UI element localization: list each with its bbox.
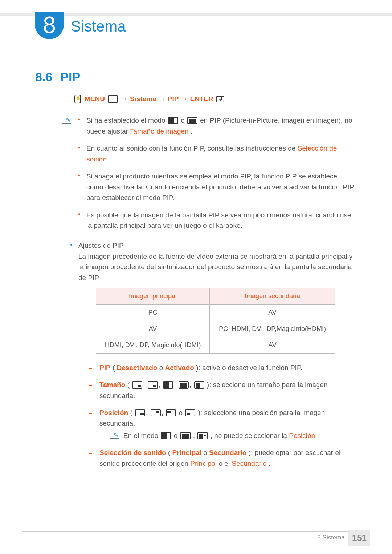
settings-desc: La imagen procedente de la fuente de víd… <box>78 253 352 282</box>
table-row: HDMI, DVI, DP, MagicInfo(HDMI) AV <box>96 337 335 353</box>
table-row: PC AV <box>96 305 335 321</box>
settings-list: Ajustes de PIP La imagen procedente de l… <box>69 240 356 469</box>
page-footer: 8 Sistema 151 <box>317 530 370 546</box>
opt-principal: Principal <box>172 449 201 456</box>
secundario-link: Secundario <box>232 460 266 467</box>
note-block: Si ha establecido el modo o en PIP (Pict… <box>62 115 356 237</box>
table-cell: AV <box>210 305 335 321</box>
settings-item: Ajustes de PIP La imagen procedente de l… <box>69 240 356 469</box>
section-title: PIP <box>60 67 80 87</box>
text: o <box>174 432 180 439</box>
note-list: Si ha establecido el modo o en PIP (Pict… <box>77 115 356 237</box>
arrow-icon: → <box>181 94 188 104</box>
note-icon <box>62 116 71 124</box>
footer-page-number: 151 <box>348 530 370 546</box>
layout-dual-icon <box>187 117 197 124</box>
opt-label: Posición <box>99 409 128 416</box>
table-row: AV PC, HDMI, DVI, DP,MagicInfo(HDMI) <box>96 321 335 337</box>
text: ): seleccione una posición para la image… <box>99 409 325 427</box>
text: ( <box>113 364 115 372</box>
text: En el modo <box>123 432 160 439</box>
principal-link: Principal <box>190 460 217 467</box>
text: ( <box>130 409 132 416</box>
opt-label: PIP <box>99 364 111 372</box>
opt-on: Activado <box>165 364 194 372</box>
position-subnote: En el modo o , , no puede seleccionar la… <box>110 430 356 441</box>
size-icon <box>179 381 189 389</box>
text: , <box>193 432 197 439</box>
table-cell: AV <box>210 337 335 353</box>
text: ): active o desactive la función PIP. <box>196 364 302 372</box>
note-item: Es posible que la imagen de la pantalla … <box>77 210 356 231</box>
option-list: PIP ( Desactivado o Activado ): active o… <box>89 362 356 469</box>
chapter-number-badge: 8 <box>35 12 64 39</box>
pos-icon <box>151 409 161 416</box>
opt-label: Selección de sonido <box>99 449 166 456</box>
text: . <box>269 460 270 467</box>
th-secondary: Imagen secundaria <box>210 288 335 305</box>
layout-icon <box>197 432 208 439</box>
text: . <box>109 155 110 163</box>
text: o <box>203 449 209 456</box>
menu-path: MENU → Sistema → PIP → ENTER <box>74 94 356 104</box>
arrow-icon: → <box>121 94 128 104</box>
table-cell: PC, HDMI, DVI, DP,MagicInfo(HDMI) <box>210 321 335 337</box>
arrow-icon: → <box>159 94 166 104</box>
table-cell: AV <box>96 321 210 337</box>
subnote-text: En el modo o , , no puede seleccionar la… <box>123 430 319 441</box>
opt-label: Tamaño <box>99 381 125 389</box>
text: ( <box>168 449 170 456</box>
nav-pip: PIP <box>168 94 179 104</box>
layout-split-icon <box>168 117 178 124</box>
opt-off: Desactivado <box>117 364 158 372</box>
option-position: Posición ( , , o ): seleccione una posic… <box>89 407 356 441</box>
section-number: 8.6 <box>35 67 52 87</box>
size-icon <box>132 381 142 389</box>
size-icon <box>148 381 158 389</box>
option-pip: PIP ( Desactivado o Activado ): active o… <box>89 362 356 373</box>
table-header-row: Imagen principal Imagen secundaria <box>96 288 335 305</box>
text: , no puede seleccionar la <box>211 432 289 439</box>
source-table: Imagen principal Imagen secundaria PC AV… <box>96 288 335 354</box>
note-item: En cuanto al sonido con la función PIP, … <box>77 143 356 164</box>
remote-icon <box>74 95 81 103</box>
pip-bold: PIP <box>210 116 221 124</box>
posicion-link: Posición <box>289 432 315 439</box>
chapter-title: Sistema <box>71 15 126 38</box>
tamano-imagen-link: Tamaño de imagen <box>130 127 189 135</box>
note-item: Si apaga el producto mientras se emplea … <box>77 171 356 203</box>
pos-icon <box>185 409 195 416</box>
text: en <box>200 116 209 124</box>
pos-icon <box>135 409 145 416</box>
text: . <box>191 127 192 135</box>
nav-enter: ENTER <box>190 94 213 104</box>
footer-label: 8 Sistema <box>317 533 345 542</box>
size-icon <box>163 381 173 389</box>
text: ( <box>127 381 130 389</box>
option-size: Tamaño ( , , , , ): seleccione un tamaño… <box>89 379 356 401</box>
text: o <box>179 409 184 416</box>
settings-label: Ajustes de PIP <box>78 242 124 249</box>
content-body: MENU → Sistema → PIP → ENTER Si ha estab… <box>62 94 356 475</box>
pos-icon <box>166 409 176 416</box>
note-item: Si ha establecido el modo o en PIP (Pict… <box>77 115 356 136</box>
menu-grid-icon <box>108 95 118 103</box>
table-cell: HDMI, DVI, DP, MagicInfo(HDMI) <box>96 337 210 353</box>
size-icon <box>194 381 204 389</box>
th-main: Imagen principal <box>96 288 210 305</box>
text: . <box>317 432 319 439</box>
table-cell: PC <box>96 305 210 321</box>
note-icon <box>110 431 119 439</box>
text: Si ha establecido el modo <box>86 116 167 124</box>
layout-icon <box>161 432 171 439</box>
nav-sistema: Sistema <box>130 94 156 104</box>
pip-settings: Ajustes de PIP La imagen procedente de l… <box>69 240 356 469</box>
nav-menu: MENU <box>85 94 105 104</box>
text: o el <box>219 460 232 467</box>
text: En cuanto al sonido con la función PIP, … <box>86 144 298 152</box>
text: o <box>181 116 187 124</box>
opt-secundario: Secundario <box>209 449 246 456</box>
option-sound: Selección de sonido ( Principal o Secund… <box>89 447 356 469</box>
section-heading: 8.6 PIP <box>35 67 80 87</box>
text: o <box>159 364 165 372</box>
